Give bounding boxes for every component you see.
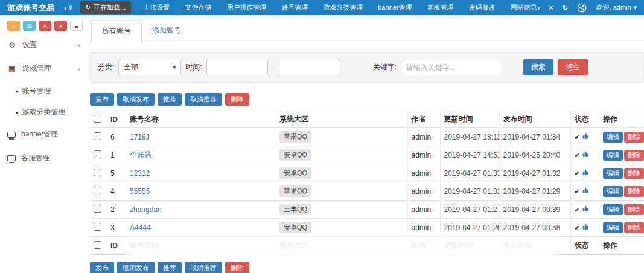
nav-item-upload-settings[interactable]: 上传设置: [143, 3, 170, 12]
cell-author: admin: [407, 201, 440, 219]
chevron-right-icon[interactable]: ›: [537, 4, 540, 12]
table-row[interactable]: 1 个账第 安卓QQ admin 2019-04-27 14:51 2019-0…: [90, 146, 644, 164]
account-name-link[interactable]: 1719J: [130, 133, 150, 141]
time-start-input[interactable]: [206, 60, 268, 75]
publish-button[interactable]: 发布: [90, 93, 114, 106]
row-checkbox[interactable]: [94, 132, 101, 140]
delete-button[interactable]: 删除: [624, 168, 644, 179]
header-updated: 更新时间: [440, 111, 499, 128]
cell-updated: 2019-04-27 01:31: [440, 182, 499, 201]
cell-id: 1: [107, 146, 126, 164]
delete-button[interactable]: 删除: [624, 150, 644, 161]
refresh-icon[interactable]: ↻: [562, 4, 568, 12]
search-button[interactable]: 搜索: [523, 59, 553, 75]
delete-selected-button-bottom[interactable]: 删除: [225, 262, 249, 273]
unrecommend-button-bottom[interactable]: 取消推荐: [185, 262, 222, 273]
account-name-link[interactable]: 55555: [130, 187, 150, 196]
delete-button[interactable]: 删除: [624, 222, 644, 233]
delete-button[interactable]: 删除: [624, 186, 644, 197]
table-row[interactable]: 5 12312 安卓QQ admin 2019-04-27 01:33 2019…: [90, 164, 644, 182]
cell-id: 2: [107, 201, 126, 219]
home-quick-button[interactable]: ⌂: [7, 21, 20, 31]
check-icon: ✔: [575, 152, 580, 159]
keyword-input[interactable]: [401, 60, 502, 75]
region-badge: 三丰QQ: [279, 204, 311, 215]
delete-button[interactable]: 删除: [624, 132, 644, 143]
unrecommend-button[interactable]: 取消推荐: [185, 93, 222, 106]
row-checkbox[interactable]: [94, 150, 101, 158]
bell-icon: ♦: [59, 23, 62, 29]
time-end-input[interactable]: [279, 60, 340, 75]
row-checkbox[interactable]: [94, 169, 101, 176]
sidebar-item-label: 客服管理: [21, 153, 50, 163]
main-content: 所有账号 添加账号 分类: 全部 ▾ 时间: - 关键字: 搜索 清空 发布 取…: [88, 15, 644, 273]
cell-id: 3: [107, 219, 126, 237]
category-select[interactable]: 全部 ▾: [118, 60, 181, 75]
cell-published: 2019-04-27 00:39: [499, 201, 570, 219]
sidebar-item-settings[interactable]: ⚙ 设置 ›: [0, 33, 88, 57]
delete-selected-button[interactable]: 删除: [225, 93, 249, 106]
select-all-checkbox-bottom[interactable]: [94, 241, 101, 249]
account-name-link[interactable]: zhangdan: [130, 205, 162, 214]
sidebar-subitem-account-mgmt[interactable]: ▸ 账号管理: [0, 80, 88, 101]
delete-button[interactable]: 删除: [624, 204, 644, 215]
nav-item-site-info[interactable]: 网站信息: [511, 3, 537, 12]
check-icon: ✔: [575, 188, 580, 195]
cell-published: 2019-04-27 01:29: [499, 182, 570, 201]
row-checkbox[interactable]: [94, 223, 101, 231]
nav-item-game-category[interactable]: 游戏分类管理: [323, 3, 363, 12]
welcome-user-label: 欢迎, admin: [596, 3, 631, 12]
lock-quick-button[interactable]: A: [39, 21, 51, 31]
table-header-row: ID 账号名称 系统大区 作者 更新时间 发布时间 状态 操作: [90, 111, 644, 128]
header-name: 账号名称: [126, 111, 276, 128]
table-row[interactable]: 6 1719J 苹果QQ admin 2019-04-27 18:13 2019…: [90, 128, 644, 146]
edit-button[interactable]: 编辑: [603, 132, 623, 143]
nav-item-password-change[interactable]: 密码修改: [469, 3, 496, 12]
loading-button[interactable]: ↻ 正在加载...: [80, 1, 132, 14]
table-row[interactable]: 2 zhangdan 三丰QQ admin 2019-04-27 01:27 2…: [90, 201, 644, 219]
clear-button[interactable]: 清空: [558, 59, 588, 75]
table-row[interactable]: 4 55555 苹果QQ admin 2019-04-27 01:31 2019…: [90, 182, 644, 201]
account-name-link[interactable]: 个账第: [130, 150, 151, 159]
nav-item-file-storage[interactable]: 文件存储: [185, 3, 211, 12]
nav-item-banner-mgmt[interactable]: banner管理: [378, 3, 412, 12]
chevron-left-icon[interactable]: ‹: [64, 3, 67, 13]
home-icon: ⌂: [12, 23, 15, 29]
sidebar-toggle-button[interactable]: ≡: [70, 21, 83, 31]
row-checkbox[interactable]: [94, 205, 101, 213]
file-quick-button[interactable]: ▤: [23, 21, 36, 31]
sidebar-item-banner-mgmt[interactable]: banner管理: [0, 123, 88, 146]
user-menu[interactable]: 欢迎, admin ▾: [596, 3, 637, 12]
time-label: 时间:: [185, 62, 202, 72]
publish-button-bottom[interactable]: 发布: [90, 262, 114, 273]
sidebar-quick-buttons: ⌂ ▤ A ♦ ≡: [0, 21, 88, 33]
account-name-link[interactable]: A4444: [130, 223, 151, 232]
edit-button[interactable]: 编辑: [603, 150, 623, 161]
row-checkbox[interactable]: [94, 187, 101, 194]
caret-down-icon: ▾: [633, 4, 637, 11]
edit-button[interactable]: 编辑: [603, 204, 623, 215]
sidebar-item-game-mgmt[interactable]: ▦ 游戏管理 ›: [0, 57, 88, 80]
recommend-button[interactable]: 推荐: [158, 93, 182, 106]
tab-all-accounts[interactable]: 所有账号: [91, 20, 142, 42]
nav-item-service-mgmt[interactable]: 客服管理: [427, 3, 454, 12]
tab-add-account[interactable]: 添加账号: [142, 20, 191, 42]
sidebar-subitem-game-category[interactable]: ▸ 游戏分类管理: [0, 101, 88, 123]
alert-quick-button[interactable]: ♦: [54, 21, 67, 31]
table-row[interactable]: 3 A4444 安卓QQ admin 2019-04-27 01:26 2019…: [90, 219, 644, 237]
cell-updated: 2019-04-27 14:51: [440, 146, 499, 164]
edit-button[interactable]: 编辑: [603, 168, 623, 179]
account-name-link[interactable]: 12312: [130, 169, 150, 178]
edit-button[interactable]: 编辑: [603, 186, 623, 197]
recommend-button-bottom[interactable]: 推荐: [158, 262, 182, 273]
nav-item-user-op-mgmt[interactable]: 用户操作管理: [226, 3, 266, 12]
share-icon[interactable]: [577, 3, 587, 13]
edit-button[interactable]: 编辑: [603, 222, 623, 233]
nav-item-account-mgmt[interactable]: 账号管理: [281, 3, 308, 12]
close-icon[interactable]: ×: [549, 4, 553, 12]
monitor-icon: [7, 155, 16, 161]
unpublish-button-bottom[interactable]: 取消发布: [117, 262, 155, 273]
sidebar-item-service-mgmt[interactable]: 客服管理: [0, 146, 88, 170]
select-all-checkbox[interactable]: [94, 115, 101, 123]
unpublish-button[interactable]: 取消发布: [117, 93, 155, 106]
